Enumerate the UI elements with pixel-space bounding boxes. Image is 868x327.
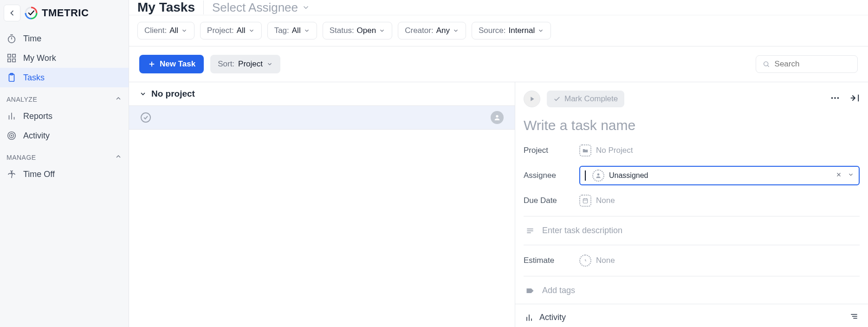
collapse-right-icon <box>849 93 860 103</box>
play-icon <box>528 95 536 103</box>
new-task-button[interactable]: New Task <box>139 55 204 73</box>
assignee-select[interactable]: Select Assignee <box>212 0 310 15</box>
svg-rect-7 <box>13 59 15 62</box>
main: My Tasks Select Assignee Client: All Pro… <box>129 0 868 327</box>
description-input[interactable]: Enter task description <box>515 221 868 240</box>
ellipsis-icon <box>830 93 840 103</box>
field-label: Estimate <box>524 256 576 265</box>
chevron-down-icon <box>248 27 255 34</box>
chevron-down-icon <box>266 61 273 67</box>
task-row[interactable] <box>129 105 515 130</box>
filter-tag[interactable]: Tag: All <box>267 22 317 39</box>
filter-value: Open <box>357 26 376 35</box>
field-project: Project No Project <box>515 140 868 161</box>
activity-section: Activity <box>515 304 868 327</box>
target-icon <box>6 131 17 141</box>
sort-label: Sort: <box>218 59 234 69</box>
task-detail: Mark Complete Write a task name Pr <box>515 82 868 327</box>
chevron-up-icon <box>115 153 122 162</box>
svg-line-19 <box>768 65 769 67</box>
section-label: ANALYZE <box>6 96 37 103</box>
bar-chart-icon <box>525 313 534 322</box>
filter-client[interactable]: Client: All <box>137 22 194 39</box>
section-analyze[interactable]: ANALYZE <box>0 87 129 106</box>
play-button[interactable] <box>524 91 540 107</box>
search-icon <box>763 60 770 68</box>
folder-icon <box>579 144 591 157</box>
separator <box>524 276 860 276</box>
chevron-down-icon <box>453 27 459 34</box>
svg-point-13 <box>8 132 16 140</box>
sidebar-item-time[interactable]: Time <box>0 29 129 48</box>
sidebar-item-label: Activity <box>23 131 50 141</box>
chevron-down-icon <box>181 27 188 34</box>
check-circle-icon[interactable] <box>140 112 151 123</box>
more-menu[interactable] <box>830 93 840 105</box>
add-tags-label: Add tags <box>542 286 575 295</box>
new-task-label: New Task <box>160 59 195 69</box>
assignee-input[interactable]: Unassigned <box>579 166 860 185</box>
clear-button[interactable] <box>836 171 842 180</box>
filter-source[interactable]: Source: Internal <box>472 22 551 39</box>
search-box[interactable] <box>756 55 858 73</box>
search-input[interactable] <box>775 59 851 69</box>
group-header[interactable]: No project <box>129 82 515 105</box>
field-label: Assignee <box>524 171 576 180</box>
toolbar-left: New Task Sort: Project <box>139 55 280 73</box>
plus-icon <box>148 60 156 68</box>
svg-point-23 <box>831 97 833 99</box>
clock-icon <box>579 255 591 267</box>
logo-icon <box>24 6 38 20</box>
chevron-down-icon <box>848 171 854 178</box>
task-name-input[interactable]: Write a task name <box>515 111 868 140</box>
sidebar-item-label: My Work <box>23 53 56 63</box>
filter-label: Creator: <box>405 26 433 35</box>
mark-complete-button[interactable]: Mark Complete <box>547 91 624 107</box>
separator <box>524 216 860 216</box>
add-tags[interactable]: Add tags <box>515 281 868 300</box>
sidebar-item-activity[interactable]: Activity <box>0 126 129 145</box>
section-manage[interactable]: MANAGE <box>0 145 129 164</box>
svg-marker-22 <box>531 97 534 101</box>
due-date-text: None <box>596 196 615 205</box>
filter-value: All <box>292 26 301 35</box>
filter-label: Status: <box>330 26 354 35</box>
sidebar-item-my-work[interactable]: My Work <box>0 48 129 68</box>
svg-point-14 <box>9 133 13 137</box>
sidebar-item-reports[interactable]: Reports <box>0 106 129 126</box>
check-icon <box>553 95 561 103</box>
page-title: My Tasks <box>137 0 195 15</box>
chevron-down-icon <box>379 27 385 34</box>
filter-project[interactable]: Project: All <box>200 22 262 39</box>
field-label: Project <box>524 146 576 155</box>
estimate-text: None <box>596 256 615 265</box>
titlebar: My Tasks Select Assignee <box>129 0 868 15</box>
sidebar-item-label: Time <box>23 34 41 44</box>
sidebar-item-time-off[interactable]: Time Off <box>0 164 129 184</box>
x-icon <box>836 171 842 178</box>
sort-button[interactable]: Sort: Project <box>210 55 280 73</box>
estimate-value[interactable]: None <box>579 255 615 267</box>
chevron-down-icon <box>304 27 310 34</box>
assignee-select-label: Select Assignee <box>212 0 298 15</box>
detail-top-right <box>830 93 860 105</box>
field-assignee: Assignee Unassigned <box>515 161 868 190</box>
chevron-down-icon <box>302 3 310 12</box>
bar-chart-icon <box>6 111 17 121</box>
due-date-value[interactable]: None <box>579 195 615 207</box>
field-label: Due Date <box>524 196 576 205</box>
sidebar-item-tasks[interactable]: Tasks <box>0 68 129 87</box>
filter-label: Source: <box>479 26 506 35</box>
activity-sort-button[interactable] <box>849 312 859 323</box>
project-value[interactable]: No Project <box>579 144 633 157</box>
back-button[interactable] <box>4 5 20 21</box>
field-due-date: Due Date None <box>515 190 868 211</box>
sidebar: TMETRIC Time My Work Tasks ANALYZE <box>0 0 129 327</box>
filter-creator[interactable]: Creator: Any <box>398 22 466 39</box>
filter-label: Tag: <box>274 26 289 35</box>
dropdown-toggle[interactable] <box>848 171 854 180</box>
nav: Time My Work Tasks ANALYZE Reports <box>0 26 129 187</box>
filter-status[interactable]: Status: Open <box>323 22 393 39</box>
sidebar-item-label: Reports <box>23 111 52 121</box>
collapse-panel-button[interactable] <box>849 93 860 105</box>
